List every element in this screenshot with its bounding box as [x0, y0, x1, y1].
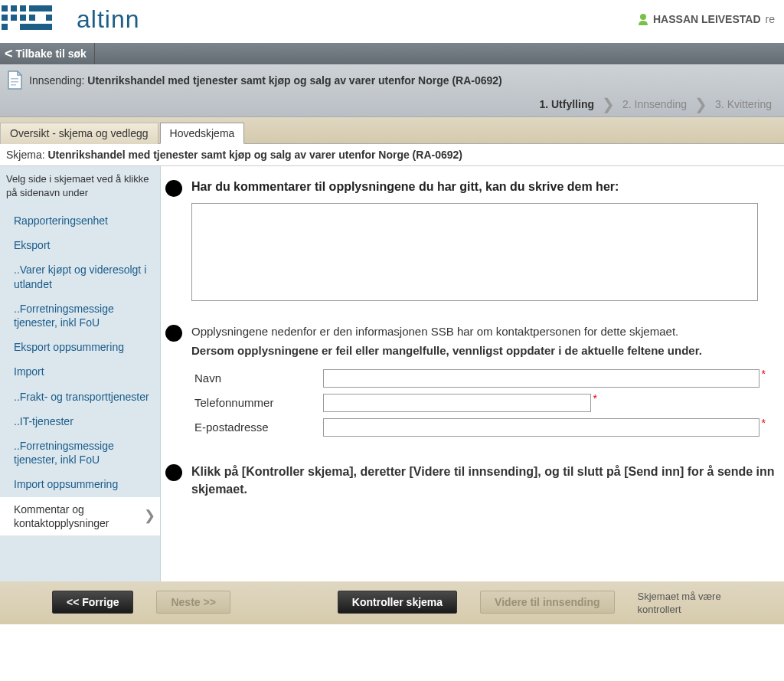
- svg-rect-1: [11, 5, 17, 11]
- user-suffix: re: [766, 13, 775, 25]
- svg-rect-12: [11, 78, 18, 80]
- sidebar-item-forretningsmessige-2[interactable]: ..Forretningsmessige tjenester, inkl FoU: [0, 434, 160, 472]
- tab-main-form[interactable]: Hovedskjema: [160, 123, 245, 144]
- required-star: *: [762, 417, 766, 429]
- submission-prefix: Innsending:: [29, 74, 87, 87]
- brand-logo: altinn: [0, 4, 140, 34]
- chevron-right-icon: ❯: [144, 507, 155, 525]
- submit-instructions: Klikk på [Kontroller skjema], deretter […: [191, 463, 779, 498]
- forward-to-submission-button: Videre til innsending: [480, 591, 614, 614]
- document-icon: [6, 70, 23, 90]
- bullet-icon: [165, 325, 182, 342]
- user-icon: [638, 13, 648, 25]
- sidebar-item-it-tjenester[interactable]: ..IT-tjenester: [0, 409, 160, 434]
- bullet-icon: [165, 464, 182, 481]
- back-label: Tilbake til søk: [16, 47, 87, 60]
- submission-title: Utenrikshandel med tjenester samt kjøp o…: [87, 74, 502, 87]
- step-1: 1. Utfylling: [539, 98, 594, 110]
- sidebar-item-frakt[interactable]: ..Frakt- og transporttjenester: [0, 385, 160, 409]
- comments-textarea[interactable]: [191, 203, 758, 301]
- bullet-icon: [165, 180, 182, 197]
- schema-prefix: Skjema:: [6, 149, 47, 161]
- sidebar-instructions: Velg side i skjemaet ved å klikke på sid…: [0, 166, 160, 208]
- step-3: 3. Kvittering: [715, 98, 772, 110]
- sidebar-item-rapporteringsenhet[interactable]: Rapporteringsenhet: [0, 208, 160, 233]
- sidebar-item-import[interactable]: Import: [0, 359, 160, 384]
- sidebar-item-import-oppsummering[interactable]: Import oppsummering: [0, 472, 160, 496]
- sidebar-item-kommentar[interactable]: Kommentar og kontaktopplysninger ❯: [0, 497, 160, 535]
- sidebar: Velg side i skjemaet ved å klikke på sid…: [0, 166, 161, 581]
- altinn-logo-icon: [0, 4, 69, 34]
- name-label: Navn: [191, 372, 323, 385]
- required-star: *: [593, 392, 597, 404]
- sidebar-item-eksport-oppsummering[interactable]: Eksport oppsummering: [0, 335, 160, 359]
- comments-heading: Har du kommentarer til opplysningene du …: [191, 178, 779, 195]
- contact-info-text: Opplysningene nedenfor er den informasjo…: [191, 323, 779, 339]
- sidebar-item-label: Kommentar og kontaktopplysninger: [14, 503, 144, 530]
- name-input[interactable]: [323, 369, 760, 388]
- next-button: Neste >>: [156, 591, 230, 614]
- tab-overview[interactable]: Oversikt - skjema og vedlegg: [0, 123, 158, 144]
- chevron-left-icon: <: [5, 47, 13, 61]
- svg-rect-2: [2, 15, 8, 21]
- sidebar-item-eksport[interactable]: Eksport: [0, 233, 160, 257]
- svg-rect-0: [2, 5, 8, 11]
- back-to-search-link[interactable]: < Tilbake til søk: [0, 43, 95, 64]
- svg-rect-13: [11, 81, 18, 83]
- chevron-right-icon: ❯: [694, 100, 707, 108]
- user-name: HASSAN LEIVESTAD: [653, 13, 761, 25]
- step-2: 2. Innsending: [622, 98, 687, 110]
- previous-button[interactable]: << Forrige: [52, 591, 133, 614]
- chevron-right-icon: ❯: [602, 100, 615, 108]
- sidebar-item-varer-kjopt[interactable]: ..Varer kjøpt og videresolgt i utlandet: [0, 257, 160, 296]
- svg-rect-5: [20, 15, 26, 21]
- required-star: *: [762, 368, 766, 380]
- svg-rect-3: [11, 15, 17, 21]
- footer-note: Skjemaet må være kontrollert: [638, 591, 753, 617]
- svg-rect-6: [29, 5, 52, 11]
- svg-rect-9: [2, 24, 8, 30]
- sidebar-item-forretningsmessige-1[interactable]: ..Forretningsmessige tjenester, inkl FoU: [0, 296, 160, 335]
- phone-input[interactable]: [323, 394, 591, 412]
- svg-rect-14: [11, 84, 16, 86]
- brand-text: altinn: [77, 5, 140, 34]
- svg-point-11: [640, 14, 646, 20]
- phone-label: Telefonnummer: [191, 396, 323, 409]
- progress-steps: 1. Utfylling ❯ 2. Innsending ❯ 3. Kvitte…: [6, 98, 776, 110]
- schema-title: Utenrikshandel med tjenester samt kjøp o…: [47, 149, 462, 161]
- svg-rect-7: [29, 15, 35, 21]
- svg-rect-10: [20, 24, 52, 30]
- svg-rect-8: [46, 15, 52, 21]
- email-input[interactable]: [323, 418, 760, 437]
- check-form-button[interactable]: Kontroller skjema: [338, 591, 457, 614]
- main-content: Har du kommentarer til opplysningene du …: [161, 166, 784, 581]
- svg-rect-4: [20, 5, 26, 11]
- contact-info-instruction: Dersom opplysningene er feil eller mange…: [191, 342, 779, 359]
- email-label: E-postadresse: [191, 421, 323, 434]
